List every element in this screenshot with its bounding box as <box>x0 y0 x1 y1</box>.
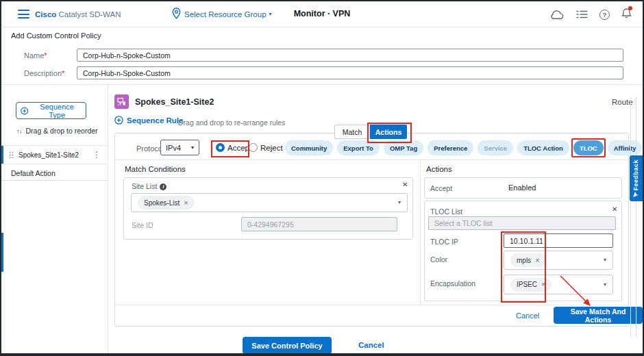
remove-tag-icon[interactable]: × <box>535 257 539 264</box>
reorder-icon: ↑↓ <box>16 127 22 135</box>
reject-radio-label: Reject <box>260 144 283 152</box>
sidebar-item-label: Spokes_Site1-Site2 <box>18 151 79 159</box>
name-field[interactable] <box>77 49 623 62</box>
chip-omp-tag[interactable]: OMP Tag <box>384 140 423 155</box>
chip-service[interactable]: Service <box>478 140 513 155</box>
resource-group-selector[interactable]: Select Resource Group ▾ <box>184 10 272 18</box>
divider <box>115 305 628 305</box>
feedback-tab[interactable]: Feedback <box>630 155 643 201</box>
chip-export-to[interactable]: Export To <box>337 140 380 155</box>
sidebar-item-sequence[interactable]: Spokes_Site1-Site2 ⋮ <box>1 145 107 164</box>
help-icon[interactable]: ? <box>599 10 610 20</box>
encapsulation-dropdown[interactable]: IPSEC × ▾ <box>504 275 613 294</box>
color-tag: mpls × <box>510 253 546 267</box>
cancel-policy-link[interactable]: Cancel <box>358 341 384 349</box>
chip-preference[interactable]: Preference <box>428 140 473 155</box>
brand-logo: Cisco Catalyst SD-WAN <box>35 10 121 18</box>
cursor-icon <box>632 191 639 198</box>
default-action-item[interactable]: Default Action <box>11 169 55 177</box>
close-icon[interactable]: ✕ <box>402 181 408 188</box>
scrollbar[interactable] <box>630 97 636 337</box>
tag-label: mpls <box>517 257 531 264</box>
notifications-bell-icon[interactable] <box>621 8 632 21</box>
breadcrumb: Add Custom Control Policy <box>11 31 101 40</box>
accept-radio[interactable] <box>216 143 225 152</box>
protocol-value: IPv4 <box>166 144 181 152</box>
site-list-tag: Spokes-List × <box>138 196 195 209</box>
chevron-down-icon: ▾ <box>398 200 401 205</box>
actions-heading: Actions <box>426 165 452 173</box>
feedback-label: Feedback <box>632 160 639 191</box>
sidebar-scroll-indicator <box>1 233 3 272</box>
chip-tloc-action[interactable]: TLOC Action <box>517 140 569 155</box>
required-marker: * <box>44 51 47 60</box>
reorder-hint: ↑↓ Drag & drop to reorder <box>16 127 98 135</box>
accept-radio-label: Accept <box>227 144 251 152</box>
match-conditions-heading: Match Conditions <box>125 165 186 173</box>
reject-radio[interactable] <box>249 143 258 152</box>
divider <box>1 180 107 181</box>
tloc-ip-label: TLOC IP <box>430 238 458 246</box>
close-icon[interactable]: ✕ <box>612 206 617 213</box>
brand-cisco: Cisco <box>35 10 56 18</box>
brand-product: Catalyst SD-WAN <box>59 10 121 18</box>
accept-status-value: Enabled <box>508 183 536 192</box>
selected-indicator <box>1 146 3 164</box>
tag-label: Spokes-List <box>144 199 179 207</box>
remove-tag-icon[interactable]: × <box>184 199 188 207</box>
add-sequence-rule-button[interactable]: Sequence Rule <box>114 116 183 125</box>
drag-handle-icon[interactable] <box>9 151 14 159</box>
divider <box>420 160 421 305</box>
add-sequence-type-button[interactable]: Sequence Type <box>16 102 86 119</box>
plus-circle-icon <box>21 107 28 115</box>
site-id-field <box>241 217 397 231</box>
tloc-list-field <box>428 216 616 230</box>
plus-circle-icon <box>114 116 123 125</box>
save-control-policy-button[interactable]: Save Control Policy <box>243 337 332 354</box>
site-id-label: Site ID <box>132 221 153 229</box>
encapsulation-tag: IPSEC × <box>510 278 552 292</box>
cancel-match-actions-link[interactable]: Cancel <box>516 312 539 320</box>
top-bar: Cisco Catalyst SD-WAN Select Resource Gr… <box>1 1 643 27</box>
tab-match[interactable]: Match <box>334 125 370 139</box>
name-label: Name* <box>24 51 47 60</box>
topbar-icons: ? <box>549 8 632 21</box>
hamburger-menu-icon[interactable] <box>18 10 29 18</box>
tloc-ip-field[interactable] <box>504 233 613 248</box>
chip-community[interactable]: Community <box>285 140 333 155</box>
site-list-dropdown[interactable]: Spokes-List × ▾ <box>131 193 408 212</box>
page-title: Monitor · VPN <box>294 9 351 18</box>
description-field[interactable] <box>77 66 623 79</box>
chevron-down-icon: ▾ <box>269 12 272 17</box>
chip-tloc[interactable]: TLOC <box>573 140 604 155</box>
color-label: Color <box>430 255 447 264</box>
description-label: Description* <box>24 69 64 77</box>
divider <box>115 160 628 160</box>
chevron-down-icon: ▾ <box>191 145 194 151</box>
add-sequence-rule-label: Sequence Rule <box>127 116 183 125</box>
app-window: Cisco Catalyst SD-WAN Select Resource Gr… <box>0 0 644 356</box>
task-list-icon[interactable] <box>576 10 588 19</box>
chip-affinity[interactable]: Affinity <box>608 140 643 155</box>
info-icon: i <box>160 183 166 190</box>
tag-label: IPSEC <box>517 281 537 288</box>
sequence-title: Spokes_Site1-Site2 <box>135 97 214 107</box>
encapsulation-label: Encapsulation <box>430 279 475 288</box>
site-list-label: Site Listi <box>132 182 166 190</box>
location-pin-icon <box>172 8 181 19</box>
resource-group-label: Select Resource Group <box>184 10 267 18</box>
tloc-list-label: TLOC List <box>430 207 462 216</box>
save-match-actions-button[interactable]: Save Match And Actions <box>554 307 643 324</box>
accept-status-label: Accept <box>430 184 452 192</box>
remove-tag-icon[interactable]: × <box>541 281 545 288</box>
sequence-sidebar <box>1 85 108 353</box>
add-sequence-type-label: Sequence Type <box>32 103 82 119</box>
chevron-down-icon: ▾ <box>604 282 606 288</box>
cloud-icon[interactable] <box>549 10 565 20</box>
rules-drag-hint: Drag and drop to re-arrange rules <box>178 118 285 127</box>
tab-actions[interactable]: Actions <box>370 125 407 139</box>
color-dropdown[interactable]: mpls × ▾ <box>504 251 613 270</box>
protocol-select[interactable]: IPv4 ▾ <box>160 140 199 155</box>
kebab-menu-icon[interactable]: ⋮ <box>92 151 101 159</box>
action-chip-row: Community Export To OMP Tag Preference S… <box>285 140 642 155</box>
